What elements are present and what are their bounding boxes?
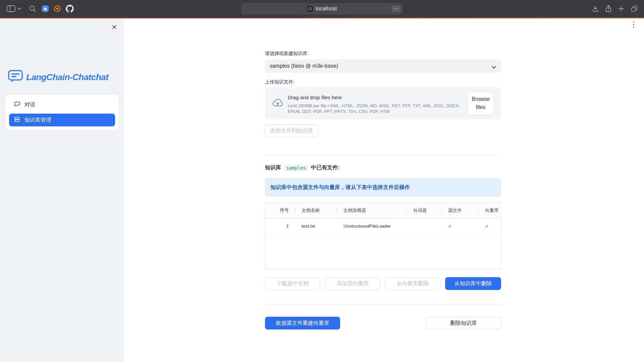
logo-text: LangChain-Chatchat [26, 72, 108, 82]
toolbar-right-group [592, 0, 638, 17]
site-favicon [307, 6, 313, 12]
sidebar: ✕ LangChain-Chatchat 对话 知识库管理 [0, 18, 124, 362]
kb-files-heading-suffix: 中已有文件: [311, 164, 339, 171]
github-extension-icon[interactable] [66, 5, 74, 13]
kb-select-value: samples (faiss @ m3e-base) [270, 63, 338, 69]
table-header: 文档加载器 [337, 203, 407, 218]
toolbar-left-group [7, 0, 74, 17]
divider [265, 305, 501, 305]
file-dropzone[interactable]: Drag and drop files here Limit 200MB per… [265, 87, 501, 119]
sidebar-toggle-icon[interactable] [7, 5, 15, 12]
logo-chat-icon [8, 69, 23, 85]
search-icon[interactable] [29, 5, 36, 12]
browser-toolbar: localhost ⋯ [0, 0, 644, 17]
cell-loader: UnstructuredFileLoader [337, 218, 407, 234]
delete-kb-button[interactable]: 删除知识库 [426, 317, 501, 329]
add-to-vectorstore-button[interactable]: 添加至向量库 [325, 277, 380, 290]
table-header: 向量库 [478, 203, 501, 218]
kb-files-heading: 知识库 samples 中已有文件: [265, 164, 339, 171]
table-header: 文档名称 [295, 203, 337, 218]
browse-files-button[interactable]: Browse files [467, 92, 494, 115]
url-more-icon[interactable]: ⋯ [391, 6, 400, 12]
kb-select[interactable]: samples (faiss @ m3e-base) [265, 59, 501, 73]
kb-name-code: samples [284, 165, 308, 171]
divider [265, 155, 501, 156]
delete-from-vectorstore-button[interactable]: 从向量库删除 [385, 277, 440, 290]
url-text: localhost [316, 6, 337, 12]
table-header: 源文件 [441, 203, 478, 218]
cell-vector-check: ✓ [478, 218, 501, 234]
sidebar-chevron-icon[interactable] [17, 7, 21, 10]
cell-index: 1 [265, 218, 295, 234]
kb-files-table: 序号 文档名称 文档加载器 分词器 源文件 向量库 1 test.txt Uns… [265, 202, 501, 269]
tab-overview-icon[interactable] [631, 5, 638, 12]
extension-orange-icon[interactable] [54, 5, 61, 12]
cell-splitter [407, 218, 441, 234]
cloud-upload-icon [272, 98, 284, 109]
table-header: 分词器 [407, 203, 441, 218]
sidebar-nav: 对话 知识库管理 [6, 95, 118, 130]
kb-stack-icon [14, 116, 20, 124]
cell-doc-name: test.txt [295, 218, 337, 234]
info-banner: 知识库中包含源文件与向量库，请从下表中选择文件后操作 [265, 178, 501, 197]
sidebar-item-dialogue[interactable]: 对话 [9, 98, 115, 111]
app-menu-button[interactable]: ⋮ [630, 21, 637, 28]
extension-blue-icon[interactable] [42, 5, 49, 12]
kb-files-heading-prefix: 知识库 [265, 164, 281, 171]
sidebar-item-label: 知识库管理 [24, 117, 51, 124]
dropzone-limit-text: Limit 200MB per file • EML, HTML, JSON, … [288, 103, 465, 114]
sidebar-item-kb-management[interactable]: 知识库管理 [9, 114, 115, 126]
chevron-down-icon [491, 64, 496, 70]
cell-source-check: ✓ [441, 218, 478, 234]
url-bar[interactable]: localhost ⋯ [241, 3, 403, 14]
rebuild-vectorstore-button[interactable]: 依据源文件重建向量库 [265, 317, 340, 329]
chat-bubble-icon [14, 101, 20, 109]
download-selected-button[interactable]: 下载选中文档 [265, 277, 320, 290]
app-logo: LangChain-Chatchat [8, 69, 108, 85]
browser-window: localhost ⋯ ✕ LangChain-Chatchat [0, 0, 644, 362]
delete-from-kb-button[interactable]: 从知识库中删除 [445, 277, 501, 290]
upload-label: 上传知识文件: [265, 79, 294, 85]
table-row[interactable]: 1 test.txt UnstructuredFileLoader ✓ ✓ [265, 218, 501, 234]
kb-select-label: 请选择或新建知识库: [265, 51, 309, 57]
table-header-row: 序号 文档名称 文档加载器 分词器 源文件 向量库 [265, 203, 501, 218]
dropzone-title: Drag and drop files here [288, 95, 342, 100]
sidebar-item-label: 对话 [24, 101, 35, 108]
share-icon[interactable] [605, 5, 612, 13]
sidebar-close-button[interactable]: ✕ [111, 24, 117, 31]
table-header: 序号 [265, 203, 295, 218]
downloads-icon[interactable] [592, 5, 599, 12]
new-tab-icon[interactable] [618, 5, 625, 12]
add-files-to-kb-button[interactable]: 添加文件到知识库 [265, 124, 318, 137]
